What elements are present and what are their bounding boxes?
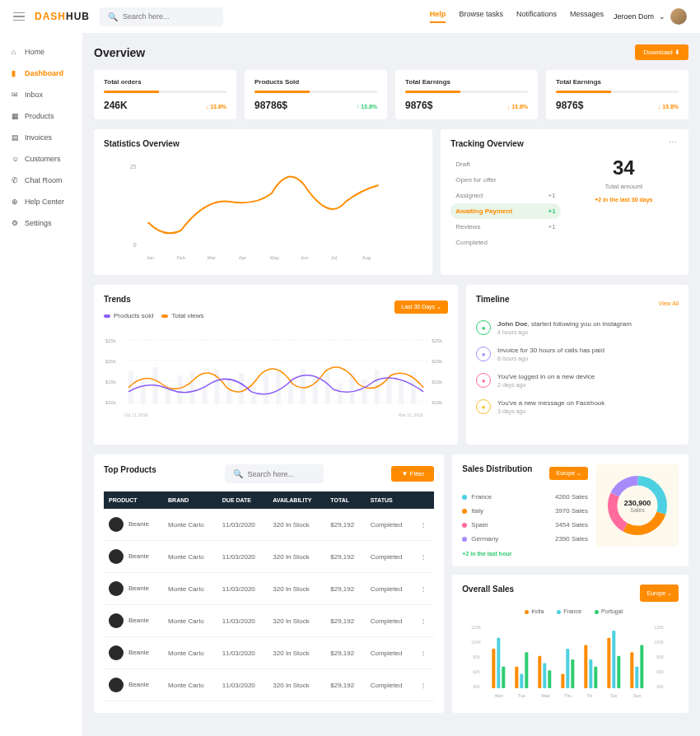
svg-text:25: 25: [130, 164, 137, 170]
more-icon[interactable]: ⋮: [415, 509, 435, 541]
svg-rect-73: [572, 659, 575, 688]
search-input[interactable]: [123, 12, 215, 21]
download-button[interactable]: Download ⬇: [635, 44, 688, 60]
sidebar-item-products[interactable]: ▦Products: [0, 105, 82, 127]
panel-title: Top Products: [104, 465, 156, 474]
status-item[interactable]: Completed: [450, 235, 560, 250]
trends-range-dropdown[interactable]: Last 30 Days ⌄: [394, 300, 448, 314]
home-icon: ⌂: [12, 48, 20, 56]
region-dropdown[interactable]: Europe ⌄: [549, 467, 588, 480]
more-icon[interactable]: ⋮: [415, 669, 435, 701]
sidebar-item-settings[interactable]: ⚙Settings: [0, 212, 82, 234]
kpi-card: Total Earnings9876$↓ 13.8%: [546, 70, 688, 119]
svg-text:$10k: $10k: [105, 400, 116, 405]
product-search-input[interactable]: [248, 470, 315, 478]
top-products-panel: Top Products 🔍 ▼ Filter PRODUCTBRANDDUE …: [94, 454, 444, 713]
more-icon[interactable]: ⋮: [415, 605, 435, 637]
timeline-item: ●John Doe, started following you on Inst…: [476, 320, 679, 335]
svg-rect-78: [613, 631, 616, 688]
svg-text:$25k: $25k: [105, 338, 116, 343]
more-icon[interactable]: ⋮: [415, 541, 435, 573]
status-item[interactable]: Draft: [450, 156, 560, 172]
products-table: PRODUCTBRANDDUE DATEAVAILABILITYTOTALSTA…: [104, 491, 434, 701]
svg-rect-70: [548, 670, 552, 688]
sidebar-item-inbox[interactable]: ✉Inbox: [0, 84, 82, 105]
product-image: [109, 645, 124, 660]
timeline-panel: Timeline View All ●John Doe, started fol…: [466, 285, 688, 445]
overall-sales-panel: Overall Sales Europe ⌄ IndiaFrancePortug…: [452, 575, 688, 713]
panel-title: Timeline: [476, 295, 509, 304]
chevron-down-icon: ⌄: [659, 12, 665, 21]
svg-text:Jul: Jul: [331, 255, 338, 260]
status-item[interactable]: Awaiting Payment+1: [450, 203, 560, 219]
global-search[interactable]: 🔍: [100, 7, 223, 26]
sidebar-item-chat-room[interactable]: ✆Chat Room: [0, 170, 82, 191]
product-image: [109, 581, 124, 596]
brand-logo[interactable]: DASHHUB: [35, 11, 90, 22]
svg-rect-23: [141, 380, 146, 404]
status-item[interactable]: Open for offer: [450, 172, 560, 188]
product-image: [109, 517, 124, 532]
sidebar-item-dashboard[interactable]: ▮Dashboard: [0, 63, 82, 84]
svg-rect-38: [325, 371, 330, 404]
svg-rect-82: [641, 645, 644, 689]
svg-text:80K: 80K: [474, 654, 482, 659]
svg-text:May: May: [270, 255, 279, 260]
svg-rect-41: [362, 380, 367, 404]
table-row[interactable]: BeanieMonte Carlo11/03/2020320 In Stock$…: [104, 669, 434, 701]
nav-notifications[interactable]: Notifications: [516, 10, 557, 23]
kpi-card: Total orders246K↓ 13.8%: [94, 70, 236, 119]
panel-title: Overall Sales: [462, 585, 514, 594]
table-row[interactable]: BeanieMonte Carlo11/03/2020320 In Stock$…: [104, 605, 434, 637]
table-row[interactable]: BeanieMonte Carlo11/03/2020320 In Stock$…: [104, 573, 434, 605]
svg-rect-67: [525, 652, 529, 688]
nav-help[interactable]: Help: [430, 10, 446, 23]
svg-text:Tue: Tue: [519, 693, 526, 698]
menu-icon[interactable]: [13, 12, 25, 21]
overall-chart: 120K100K80K60K40K 120K100K80K60K40K MonT…: [462, 619, 679, 701]
status-item[interactable]: Assigned+1: [450, 188, 560, 203]
trends-chart: $25k$20k$15k$10k $25k$20k$15k$10k Oct 11…: [104, 326, 448, 433]
kpi-card: Products Sold98786$↑ 13.8%: [245, 70, 387, 119]
svg-rect-34: [276, 371, 281, 404]
svg-text:60K: 60K: [657, 669, 665, 674]
region-dropdown[interactable]: Europe ⌄: [640, 585, 679, 602]
nav-browse[interactable]: Browse tasks: [459, 10, 503, 23]
sidebar-item-invoices[interactable]: ▤Invoices: [0, 127, 82, 148]
filter-button[interactable]: ▼ Filter: [391, 466, 434, 482]
sidebar-item-customers[interactable]: ☺Customers: [0, 148, 82, 170]
svg-text:$15k: $15k: [432, 380, 442, 384]
more-icon[interactable]: ⋮: [415, 573, 435, 605]
sidebar-item-help-center[interactable]: ⊕Help Center: [0, 191, 82, 212]
search-icon: 🔍: [108, 12, 118, 21]
table-row[interactable]: BeanieMonte Carlo11/03/2020320 In Stock$…: [104, 509, 434, 541]
donut-chart: 230,900 Sales: [596, 464, 679, 547]
nav-messages[interactable]: Messages: [570, 10, 604, 23]
search-icon: 🔍: [233, 469, 243, 478]
sidebar: ⌂Home▮Dashboard✉Inbox▦Products▤Invoices☺…: [0, 33, 82, 736]
svg-text:100K: 100K: [655, 640, 665, 645]
distribution-item: France4260 Sales: [462, 490, 588, 504]
more-icon[interactable]: ⋯: [669, 137, 679, 147]
svg-rect-81: [636, 667, 639, 688]
product-search[interactable]: 🔍: [225, 464, 324, 483]
svg-text:120K: 120K: [655, 625, 665, 630]
svg-text:Aug: Aug: [362, 255, 371, 260]
distribution-item: Germany2390 Sales: [462, 532, 588, 546]
product-image: [109, 613, 124, 628]
user-icon: ☺: [12, 155, 20, 163]
table-row[interactable]: BeanieMonte Carlo11/03/2020320 In Stock$…: [104, 637, 434, 669]
user-menu[interactable]: Jeroen Dom⌄: [614, 8, 687, 25]
sidebar-item-home[interactable]: ⌂Home: [0, 41, 82, 63]
more-icon[interactable]: ⋮: [415, 637, 435, 669]
help-icon: ⊕: [12, 198, 20, 206]
table-row[interactable]: BeanieMonte Carlo11/03/2020320 In Stock$…: [104, 541, 434, 573]
view-all-link[interactable]: View All: [659, 300, 679, 306]
svg-text:Apr: Apr: [239, 255, 246, 260]
timeline-icon: ●: [476, 399, 491, 414]
statistics-panel: Statistics Overview 25 0 JanFebMarApr Ma…: [94, 129, 432, 275]
svg-text:80K: 80K: [657, 654, 665, 659]
svg-rect-74: [585, 645, 588, 689]
timeline-icon: ●: [476, 320, 491, 335]
status-item[interactable]: Reviews+1: [450, 219, 560, 235]
